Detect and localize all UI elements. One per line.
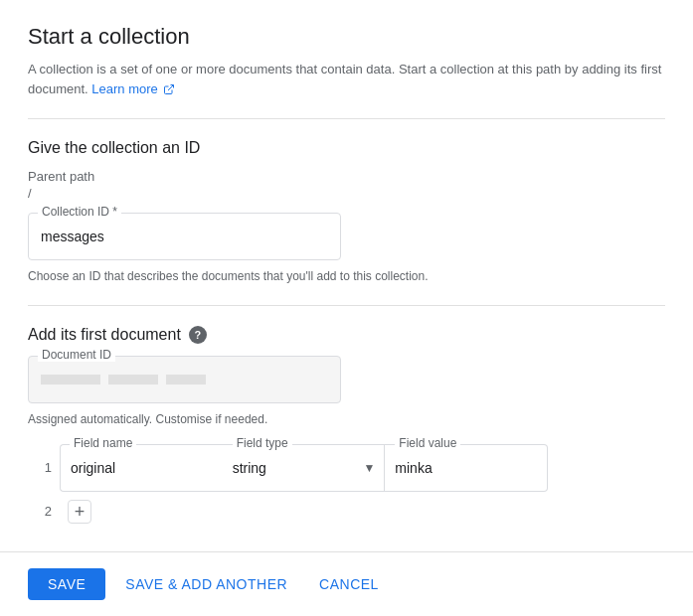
collection-id-input[interactable] — [28, 213, 341, 260]
document-id-field: Document ID — [28, 356, 665, 403]
collection-id-field: Collection ID * — [28, 213, 665, 260]
row-number-1: 1 — [28, 460, 60, 475]
field-value-label: Field value — [395, 436, 460, 450]
document-section: Add its first document ? Document ID Ass… — [28, 326, 665, 524]
cancel-button[interactable]: CANCEL — [307, 568, 391, 600]
section-divider — [28, 118, 665, 119]
main-content: Start a collection A collection is a set… — [0, 0, 693, 551]
footer: SAVE SAVE & ADD ANOTHER CANCEL — [0, 551, 693, 616]
document-id-input[interactable] — [28, 356, 341, 403]
section-divider-2 — [28, 305, 665, 306]
page-title: Start a collection — [28, 24, 665, 50]
collection-id-label: Collection ID * — [38, 205, 121, 219]
learn-more-link[interactable]: Learn more — [91, 81, 175, 96]
save-add-another-button[interactable]: SAVE & ADD ANOTHER — [113, 568, 299, 600]
add-field-button[interactable]: + — [68, 500, 91, 524]
page-container: Start a collection A collection is a set… — [0, 0, 693, 616]
collection-id-hint: Choose an ID that describes the document… — [28, 268, 665, 285]
table-row: 1 Field name Field type string nu — [28, 444, 665, 492]
document-id-label: Document ID — [38, 348, 115, 362]
field-name-container: Field name — [60, 444, 223, 492]
external-link-icon — [163, 83, 175, 95]
page-description: A collection is a set of one or more doc… — [28, 60, 665, 98]
field-value-input[interactable] — [385, 444, 548, 492]
document-section-header: Add its first document ? — [28, 326, 665, 344]
collection-section-title: Give the collection an ID — [28, 139, 665, 157]
save-button[interactable]: SAVE — [28, 568, 105, 600]
help-icon[interactable]: ? — [189, 326, 207, 344]
collection-id-section: Give the collection an ID Parent path / … — [28, 139, 665, 285]
field-value-container: Field value — [385, 444, 548, 492]
auto-assign-hint: Assigned automatically. Customise if nee… — [28, 411, 665, 428]
document-section-title: Add its first document — [28, 326, 181, 344]
field-type-select[interactable]: string number boolean map array null tim… — [223, 444, 386, 492]
add-field-row: 2 + — [28, 500, 665, 524]
field-name-input[interactable] — [60, 444, 223, 492]
fields-table: 1 Field name Field type string nu — [28, 444, 665, 524]
parent-path-value: / — [28, 186, 665, 201]
field-type-label: Field type — [233, 436, 292, 450]
parent-path-label: Parent path — [28, 169, 665, 184]
svg-line-0 — [168, 85, 174, 91]
field-type-wrapper: Field type string number boolean map arr… — [223, 444, 386, 492]
field-name-label: Field name — [70, 436, 136, 450]
row-number-2: 2 — [28, 504, 60, 519]
field-row-inputs: Field name Field type string number bool… — [60, 444, 548, 492]
